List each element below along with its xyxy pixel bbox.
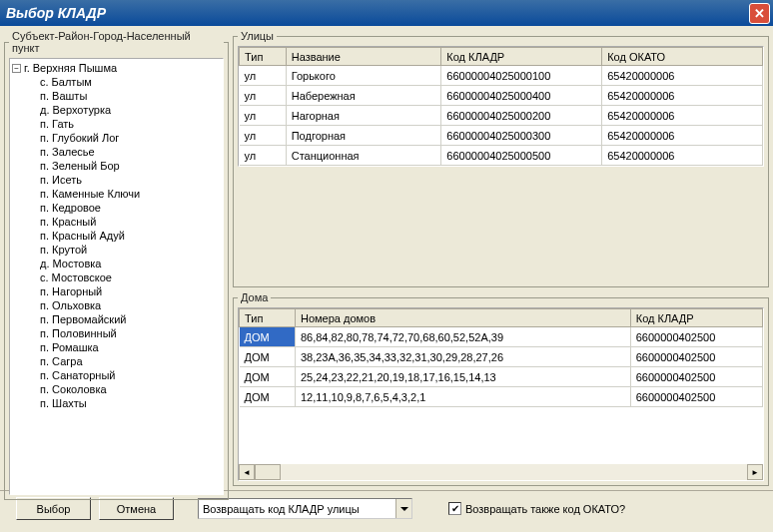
houses-header-type[interactable]: Тип <box>240 309 296 327</box>
okato-checkbox[interactable]: ✔ <box>448 502 461 515</box>
tree-item[interactable]: п. Каменные Ключи <box>12 187 221 201</box>
street-cell-name[interactable]: Горького <box>286 66 441 86</box>
street-cell-name[interactable]: Подгорная <box>286 126 441 146</box>
tree-item[interactable]: д. Верхотурка <box>12 103 221 117</box>
tree-item[interactable]: п. Половинный <box>12 326 221 340</box>
houses-table[interactable]: Тип Номера домов Код КЛАДР ДОМ86,84,82,8… <box>239 308 763 407</box>
combo-text: Возвращать код КЛАДР улицы <box>199 503 395 515</box>
content-area: Субъект-Район-Город-Населенный пункт − г… <box>0 26 773 490</box>
street-cell-type[interactable]: ул <box>240 106 287 126</box>
house-cell-kladr[interactable]: 6600000402500 <box>630 367 762 387</box>
tree-item[interactable]: п. Крутой <box>12 243 221 257</box>
close-button[interactable]: ✕ <box>749 3 770 24</box>
house-cell-numbers[interactable]: 25,24,23,22,21,20,19,18,17,16,15,14,13 <box>295 367 630 387</box>
tree-item[interactable]: п. Красный <box>12 215 221 229</box>
window-title: Выбор КЛАДР <box>6 5 106 21</box>
tree-item[interactable]: д. Мостовка <box>12 257 221 270</box>
tree-item[interactable]: п. Ромашка <box>12 340 221 354</box>
street-row[interactable]: улНагорная6600000402500020065420000006 <box>240 106 763 126</box>
return-mode-combo[interactable]: Возвращать код КЛАДР улицы <box>198 498 412 519</box>
house-cell-type[interactable]: ДОМ <box>240 327 296 347</box>
scroll-right-icon[interactable]: ► <box>747 464 763 480</box>
streets-header-kladr[interactable]: Код КЛАДР <box>441 48 602 66</box>
street-cell-name[interactable]: Станционная <box>286 146 441 166</box>
okato-checkbox-label: Возвращать также код ОКАТО? <box>465 503 625 515</box>
tree-collapse-icon[interactable]: − <box>12 64 21 73</box>
tree-item[interactable]: п. Вашты <box>12 89 221 103</box>
scroll-thumb[interactable] <box>255 464 281 480</box>
tree-item[interactable]: п. Залесье <box>12 145 221 159</box>
house-cell-type[interactable]: ДОМ <box>240 347 296 367</box>
house-cell-type[interactable]: ДОМ <box>240 367 296 387</box>
scroll-track[interactable] <box>255 464 747 480</box>
streets-header-okato[interactable]: Код ОКАТО <box>602 48 763 66</box>
street-cell-name[interactable]: Набережная <box>286 86 441 106</box>
houses-header-numbers[interactable]: Номера домов <box>295 309 630 327</box>
tree-item[interactable]: п. Соколовка <box>12 382 221 396</box>
house-cell-kladr[interactable]: 6600000402500 <box>630 387 762 407</box>
street-cell-okato[interactable]: 65420000006 <box>602 86 763 106</box>
house-cell-kladr[interactable]: 6600000402500 <box>630 347 762 367</box>
tree-item[interactable]: с. Балтым <box>12 75 221 89</box>
tree-item[interactable]: п. Глубокий Лог <box>12 131 221 145</box>
street-row[interactable]: улГорького6600000402500010065420000006 <box>240 66 763 86</box>
tree-item[interactable]: с. Мостовское <box>12 270 221 284</box>
street-cell-type[interactable]: ул <box>240 126 287 146</box>
tree-item[interactable]: п. Кедровое <box>12 201 221 215</box>
house-cell-numbers[interactable]: 86,84,82,80,78,74,72,70,68,60,52,52А,39 <box>295 327 630 347</box>
tree-item[interactable]: п. Санаторный <box>12 368 221 382</box>
houses-header-kladr[interactable]: Код КЛАДР <box>630 309 762 327</box>
street-row[interactable]: улНабережная6600000402500040065420000006 <box>240 86 763 106</box>
scroll-left-icon[interactable]: ◄ <box>239 464 255 480</box>
houses-scrollbar[interactable]: ◄ ► <box>239 464 763 480</box>
tree-fieldset: Субъект-Район-Город-Населенный пункт − г… <box>4 30 229 500</box>
house-cell-kladr[interactable]: 6600000402500 <box>630 327 762 347</box>
house-row[interactable]: ДОМ86,84,82,80,78,74,72,70,68,60,52,52А,… <box>240 327 763 347</box>
tree-item[interactable]: п. Исеть <box>12 173 221 187</box>
street-cell-type[interactable]: ул <box>240 66 287 86</box>
tree-item[interactable]: п. Первомайский <box>12 312 221 326</box>
streets-header-type[interactable]: Тип <box>240 48 287 66</box>
tree-item[interactable]: п. Зеленый Бор <box>12 159 221 173</box>
chevron-down-icon <box>395 499 411 518</box>
cancel-button[interactable]: Отмена <box>99 497 174 520</box>
select-button[interactable]: Выбор <box>16 497 91 520</box>
street-row[interactable]: улПодгорная6600000402500030065420000006 <box>240 126 763 146</box>
street-cell-kladr[interactable]: 66000004025000400 <box>441 86 602 106</box>
street-cell-kladr[interactable]: 66000004025000100 <box>441 66 602 86</box>
street-cell-kladr[interactable]: 66000004025000500 <box>441 146 602 166</box>
tree-item[interactable]: п. Красный Адуй <box>12 229 221 243</box>
house-cell-numbers[interactable]: 38,23А,36,35,34,33,32,31,30,29,28,27,26 <box>295 347 630 367</box>
location-tree[interactable]: − г. Верхняя Пышма с. Балтымп. Ваштыд. В… <box>9 58 224 495</box>
okato-checkbox-wrap[interactable]: ✔ Возвращать также код ОКАТО? <box>448 502 625 515</box>
tree-item[interactable]: п. Сагра <box>12 354 221 368</box>
tree-item[interactable]: п. Гать <box>12 117 221 131</box>
street-cell-name[interactable]: Нагорная <box>286 106 441 126</box>
streets-table[interactable]: Тип Название Код КЛАДР Код ОКАТО улГорьк… <box>239 47 763 166</box>
streets-grid-wrap: Тип Название Код КЛАДР Код ОКАТО улГорьк… <box>238 46 764 167</box>
street-cell-okato[interactable]: 65420000006 <box>602 66 763 86</box>
street-cell-okato[interactable]: 65420000006 <box>602 106 763 126</box>
houses-fieldset: Дома Тип Номера домов Код КЛАДР ДОМ86,84… <box>233 291 769 486</box>
close-icon: ✕ <box>754 6 765 21</box>
streets-fieldset: Улицы Тип Название Код КЛАДР Код ОКАТО у… <box>233 30 769 287</box>
house-row[interactable]: ДОМ12,11,10,9,8,7,6,5,4,3,2,166000004025… <box>240 387 763 407</box>
tree-item[interactable]: п. Ольховка <box>12 298 221 312</box>
tree-root-row[interactable]: − г. Верхняя Пышма <box>12 61 221 75</box>
street-row[interactable]: улСтанционная660000040250005006542000000… <box>240 146 763 166</box>
houses-grid-wrap: Тип Номера домов Код КЛАДР ДОМ86,84,82,8… <box>238 307 764 481</box>
street-cell-kladr[interactable]: 66000004025000300 <box>441 126 602 146</box>
house-row[interactable]: ДОМ25,24,23,22,21,20,19,18,17,16,15,14,1… <box>240 367 763 387</box>
house-cell-type[interactable]: ДОМ <box>240 387 296 407</box>
house-row[interactable]: ДОМ38,23А,36,35,34,33,32,31,30,29,28,27,… <box>240 347 763 367</box>
street-cell-kladr[interactable]: 66000004025000200 <box>441 106 602 126</box>
street-cell-okato[interactable]: 65420000006 <box>602 146 763 166</box>
street-cell-type[interactable]: ул <box>240 86 287 106</box>
tree-item[interactable]: п. Шахты <box>12 396 221 410</box>
streets-header-name[interactable]: Название <box>286 48 441 66</box>
house-cell-numbers[interactable]: 12,11,10,9,8,7,6,5,4,3,2,1 <box>295 387 630 407</box>
tree-item[interactable]: п. Нагорный <box>12 284 221 298</box>
street-cell-okato[interactable]: 65420000006 <box>602 126 763 146</box>
street-cell-type[interactable]: ул <box>240 146 287 166</box>
title-bar: Выбор КЛАДР ✕ <box>0 0 773 26</box>
